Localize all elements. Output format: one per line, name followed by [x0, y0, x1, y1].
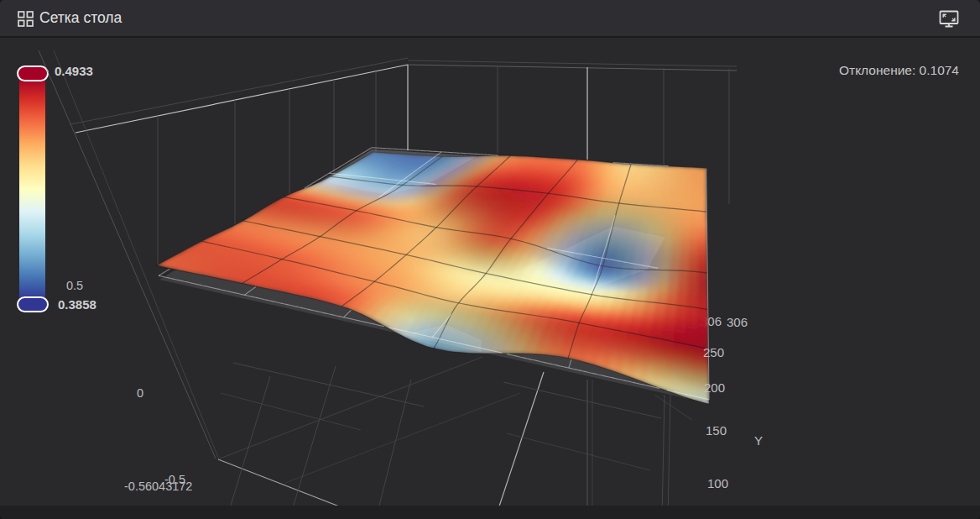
svg-text:0.5: 0.5: [66, 279, 83, 292]
svg-text:150: 150: [706, 423, 727, 438]
svg-text:0: 0: [137, 386, 143, 400]
svg-text:100: 100: [707, 476, 728, 490]
svg-text:250: 250: [703, 345, 724, 359]
svg-text:200: 200: [704, 380, 725, 395]
svg-text:Отклонение: 0.1074: Отклонение: 0.1074: [839, 63, 959, 77]
svg-text:0.4933: 0.4933: [55, 64, 93, 78]
svg-text:306: 306: [727, 315, 748, 329]
svg-text:-0.56043172: -0.56043172: [124, 480, 192, 493]
svg-text:0.3858: 0.3858: [58, 297, 96, 312]
svg-text:Y: Y: [754, 433, 763, 448]
